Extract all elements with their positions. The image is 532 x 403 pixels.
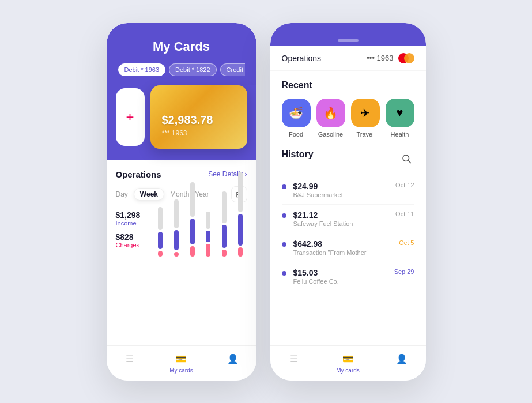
history-merchant: B&J Supermarket <box>293 191 389 198</box>
food-label: Food <box>289 131 303 138</box>
profile-icon: 👤 <box>395 353 408 366</box>
status-pill <box>338 39 359 42</box>
cat-health[interactable]: ♥ Health <box>386 99 414 138</box>
history-merchant: Safeway Fuel Station <box>293 220 389 227</box>
right-nav-mycards[interactable]: 💳 My cards <box>336 353 360 374</box>
bar-red <box>238 247 243 257</box>
bar-light <box>222 191 227 223</box>
history-dot <box>282 271 286 276</box>
period-tab-week[interactable]: Week <box>134 188 164 201</box>
right-nav-list[interactable]: ☰ <box>288 353 300 374</box>
bar-red <box>174 252 179 257</box>
nav-item-list[interactable]: ☰ <box>123 353 136 374</box>
right-top-bar <box>270 23 426 46</box>
card-number: *** 1963 <box>162 129 236 137</box>
bar-red <box>190 246 195 257</box>
right-nav-profile[interactable]: 👤 <box>395 353 408 374</box>
income-stat: $1,298 Income <box>116 210 150 227</box>
bar-light <box>190 182 195 217</box>
income-value: $1,298 <box>116 210 150 220</box>
bar-group-2 <box>169 199 183 257</box>
bar-group-1 <box>154 207 168 257</box>
mastercard-logo <box>398 53 414 63</box>
nav-mycards-label: My cards <box>169 367 193 374</box>
cards-icon: 💳 <box>342 353 354 366</box>
history-amount: $15.03 <box>293 268 387 277</box>
right-bottom-nav: ☰ 💳 My cards 👤 <box>270 345 426 381</box>
left-bottom-nav: ☰ 💳 My cards 👤 <box>107 345 256 381</box>
bar-blue <box>222 225 227 248</box>
card-tab-debit1963[interactable]: Debit * 1963 <box>118 63 166 76</box>
history-date: Oct 12 <box>395 182 414 189</box>
history-dot <box>282 242 286 247</box>
svg-line-1 <box>408 160 410 163</box>
card-tab-credit[interactable]: Credit * 2 <box>220 63 245 76</box>
search-button[interactable] <box>398 150 414 167</box>
history-date: Oct 5 <box>399 239 414 246</box>
screen-container: My Cards Debit * 1963 Debit * 1822 Credi… <box>0 23 532 381</box>
charges-label: Charges <box>116 242 150 248</box>
chart-bars <box>154 210 247 257</box>
history-dot <box>282 184 286 189</box>
card-area: + $2,983.78 *** 1963 <box>107 85 256 160</box>
history-merchant: Transaction "From Mother" <box>293 249 393 256</box>
card-tab-debit1822[interactable]: Debit * 1822 <box>169 63 217 76</box>
history-list: $24.99 B&J Supermarket Oct 12 $21.12 Saf… <box>282 176 414 291</box>
income-label: Income <box>116 220 150 227</box>
bar-red <box>158 251 163 257</box>
cat-travel[interactable]: ✈ Travel <box>351 99 380 138</box>
bar-group-4 <box>202 212 216 257</box>
left-header: My Cards Debit * 1963 Debit * 1822 Credi… <box>107 23 256 85</box>
travel-icon: ✈ <box>351 99 380 127</box>
card-dots: ••• 1963 <box>367 54 393 62</box>
history-dot <box>282 213 286 218</box>
operations-title: Operations <box>116 170 161 179</box>
history-info: $642.98 Transaction "From Mother" <box>293 239 393 256</box>
credit-card: $2,983.78 *** 1963 <box>150 85 247 149</box>
bar-light <box>206 212 210 229</box>
bar-group-6 <box>233 172 247 257</box>
history-item-0: $24.99 B&J Supermarket Oct 12 <box>282 176 414 205</box>
card-tabs: Debit * 1963 Debit * 1822 Credit * 2 <box>118 63 245 85</box>
bar-group-3 <box>186 182 199 257</box>
period-tab-day[interactable]: Day <box>116 190 128 198</box>
bar-light <box>238 172 243 212</box>
health-icon: ♥ <box>386 99 414 127</box>
recent-categories: 🍜 Food 🔥 Gasoline ✈ Travel ♥ Health <box>282 99 414 138</box>
list-icon: ☰ <box>123 353 136 366</box>
bar-blue <box>174 230 179 250</box>
history-amount: $642.98 <box>293 239 393 248</box>
history-amount: $24.99 <box>293 182 389 191</box>
nav-item-mycards[interactable]: 💳 My cards <box>169 353 193 374</box>
charges-value: $828 <box>116 232 150 242</box>
card-amount: $2,983.78 <box>162 114 236 127</box>
right-nav-mycards-label: My cards <box>336 367 360 374</box>
profile-icon: 👤 <box>227 353 239 366</box>
operations-header: Operations See Details › <box>116 170 247 179</box>
history-date: Sep 29 <box>394 268 414 275</box>
bar-light <box>158 207 163 230</box>
history-item-1: $21.12 Safeway Fuel Station Oct 11 <box>282 205 414 233</box>
history-item-3: $15.03 Feilu Coffee Co. Sep 29 <box>282 262 414 291</box>
stats-numbers: $1,298 Income $828 Charges <box>116 210 150 248</box>
history-merchant: Feilu Coffee Co. <box>293 278 387 285</box>
bar-light <box>174 199 179 228</box>
phone-left: My Cards Debit * 1963 Debit * 1822 Credi… <box>107 23 256 381</box>
bar-blue <box>190 219 195 244</box>
right-ops-title: Operations <box>282 54 321 63</box>
health-label: Health <box>391 131 409 138</box>
list-icon: ☰ <box>288 353 300 366</box>
bar-blue <box>238 214 243 246</box>
bar-red <box>222 250 227 257</box>
left-body: Operations See Details › Day Week Month … <box>107 160 256 345</box>
cat-gasoline[interactable]: 🔥 Gasoline <box>316 99 345 138</box>
page-title: My Cards <box>118 39 245 54</box>
travel-label: Travel <box>356 131 373 138</box>
history-info: $15.03 Feilu Coffee Co. <box>293 268 387 285</box>
gasoline-icon: 🔥 <box>316 99 345 127</box>
nav-item-profile[interactable]: 👤 <box>227 353 239 374</box>
history-item-2: $642.98 Transaction "From Mother" Oct 5 <box>282 233 414 262</box>
cat-food[interactable]: 🍜 Food <box>282 99 311 138</box>
charges-stat: $828 Charges <box>116 232 150 248</box>
add-card-button[interactable]: + <box>116 88 145 146</box>
